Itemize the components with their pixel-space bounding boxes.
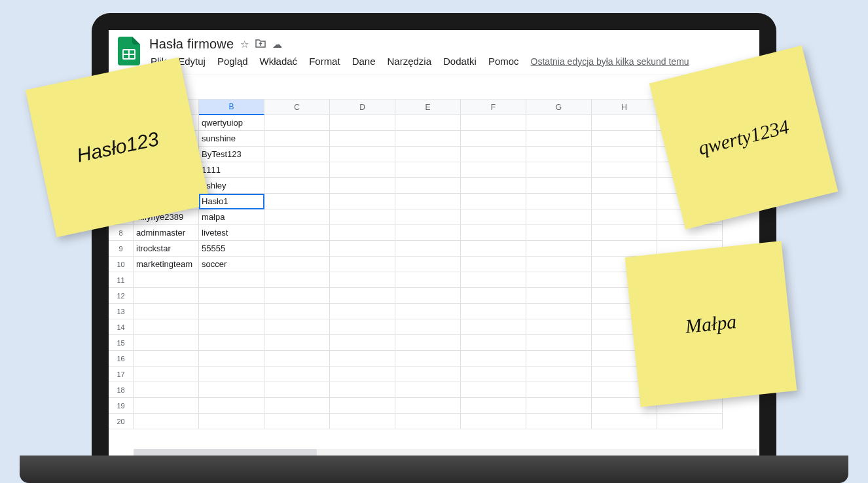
cell[interactable]: [264, 319, 330, 335]
cell[interactable]: livetest: [199, 225, 264, 241]
cell[interactable]: [264, 209, 330, 225]
sheets-app-icon[interactable]: [118, 37, 140, 65]
cell[interactable]: [264, 335, 330, 351]
cell[interactable]: [526, 115, 592, 131]
menu-narzędzia[interactable]: Narzędzia: [388, 56, 432, 67]
cell[interactable]: [526, 272, 592, 288]
cell[interactable]: [134, 304, 199, 319]
cell[interactable]: [264, 351, 330, 367]
cell[interactable]: [461, 335, 526, 351]
cloud-sync-icon[interactable]: ☁: [272, 39, 282, 50]
cell[interactable]: [395, 162, 461, 178]
menu-pogląd[interactable]: Pogląd: [217, 56, 248, 67]
cell[interactable]: [330, 162, 395, 178]
cell[interactable]: [134, 335, 199, 351]
cell[interactable]: [592, 115, 657, 131]
cell[interactable]: [264, 225, 330, 241]
cell[interactable]: [134, 382, 199, 398]
column-header[interactable]: F: [461, 99, 526, 115]
cell[interactable]: [461, 241, 526, 257]
cell[interactable]: [264, 257, 330, 272]
cell[interactable]: [461, 414, 526, 429]
cell[interactable]: [395, 288, 461, 304]
cell[interactable]: [199, 398, 264, 414]
cell[interactable]: [592, 162, 657, 178]
cell[interactable]: [526, 351, 592, 367]
cell[interactable]: [395, 194, 461, 209]
cell[interactable]: [657, 414, 723, 429]
cell[interactable]: [199, 414, 264, 429]
cell[interactable]: itrockstar: [134, 241, 199, 257]
cell[interactable]: [264, 288, 330, 304]
cell[interactable]: [592, 225, 657, 241]
cell[interactable]: [592, 178, 657, 194]
move-to-folder-icon[interactable]: [255, 39, 266, 50]
cell[interactable]: [199, 319, 264, 335]
star-icon[interactable]: ☆: [240, 39, 249, 50]
column-header[interactable]: B: [199, 99, 264, 115]
cell[interactable]: sunshine: [199, 131, 264, 147]
cell[interactable]: Hasło1: [199, 194, 264, 209]
row-header[interactable]: 17: [109, 367, 134, 382]
cell[interactable]: [330, 351, 395, 367]
cell[interactable]: [461, 209, 526, 225]
row-header[interactable]: 13: [109, 304, 134, 319]
cell[interactable]: [330, 178, 395, 194]
row-header[interactable]: 20: [109, 414, 134, 429]
cell[interactable]: [461, 304, 526, 319]
cell[interactable]: [395, 414, 461, 429]
cell[interactable]: [395, 351, 461, 367]
cell[interactable]: [134, 398, 199, 414]
cell[interactable]: [264, 115, 330, 131]
cell[interactable]: [526, 241, 592, 257]
cell[interactable]: [395, 382, 461, 398]
row-header[interactable]: 14: [109, 319, 134, 335]
row-header[interactable]: 9: [109, 241, 134, 257]
cell[interactable]: [134, 367, 199, 382]
cell[interactable]: [526, 319, 592, 335]
cell[interactable]: [395, 131, 461, 147]
cell[interactable]: [134, 288, 199, 304]
cell[interactable]: [134, 351, 199, 367]
cell[interactable]: [264, 147, 330, 162]
cell[interactable]: [264, 131, 330, 147]
cell[interactable]: [330, 304, 395, 319]
cell[interactable]: [264, 194, 330, 209]
cell[interactable]: [461, 382, 526, 398]
cell[interactable]: [330, 257, 395, 272]
cell[interactable]: [526, 225, 592, 241]
cell[interactable]: [264, 414, 330, 429]
cell[interactable]: [264, 382, 330, 398]
cell[interactable]: [395, 115, 461, 131]
row-header[interactable]: 18: [109, 382, 134, 398]
cell[interactable]: [461, 351, 526, 367]
cell[interactable]: [264, 367, 330, 382]
cell[interactable]: [330, 414, 395, 429]
cell[interactable]: [395, 178, 461, 194]
menu-dodatki[interactable]: Dodatki: [443, 56, 477, 67]
cell[interactable]: ashley: [199, 178, 264, 194]
cell[interactable]: [395, 257, 461, 272]
cell[interactable]: ByTest123: [199, 147, 264, 162]
column-header[interactable]: D: [330, 99, 395, 115]
cell[interactable]: [526, 288, 592, 304]
cell[interactable]: [461, 194, 526, 209]
cell[interactable]: [526, 162, 592, 178]
cell[interactable]: [199, 335, 264, 351]
cell[interactable]: [461, 288, 526, 304]
row-header[interactable]: 12: [109, 288, 134, 304]
cell[interactable]: [592, 194, 657, 209]
cell[interactable]: [461, 367, 526, 382]
cell[interactable]: [526, 382, 592, 398]
cell[interactable]: [592, 147, 657, 162]
cell[interactable]: [395, 272, 461, 288]
cell[interactable]: [395, 319, 461, 335]
cell[interactable]: [461, 131, 526, 147]
cell[interactable]: [395, 209, 461, 225]
cell[interactable]: [330, 382, 395, 398]
document-title[interactable]: Hasła firmowe: [149, 37, 234, 52]
cell[interactable]: [526, 367, 592, 382]
row-header[interactable]: 16: [109, 351, 134, 367]
cell[interactable]: [395, 398, 461, 414]
cell[interactable]: [330, 241, 395, 257]
